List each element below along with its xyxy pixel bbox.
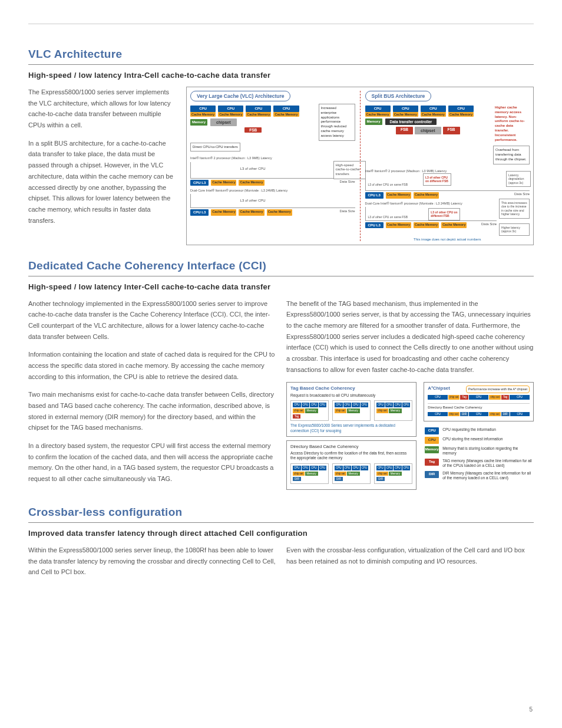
- section1-title: VLC Architecture: [28, 48, 534, 61]
- vlc-split-diagram: Very Large Cache (VLC) Architecture CPUC…: [186, 87, 534, 245]
- section2-subtitle: High-speed / low latency Inter-Cell cach…: [28, 282, 534, 291]
- legend-memory: Memory that is storing location regardin…: [442, 446, 533, 456]
- section3-subtitle: Improved data transfer latency through d…: [28, 529, 534, 538]
- section3-title: Crossbar-less configuration: [28, 506, 534, 519]
- higher-lat-note: Higher latency (approx 3x): [499, 223, 530, 236]
- perf-bubble: Performance increase with the A³ chipset: [466, 386, 530, 393]
- section2-left-p2: Information containing the location and …: [28, 349, 276, 382]
- latency-deg-note: Latency degradation (approx 3x): [506, 171, 531, 187]
- area-inc-note: This area increases due to the increase …: [499, 199, 530, 219]
- a3-title: A³Chipset: [428, 386, 450, 391]
- section2-left-p4: In a directory based system, the request…: [28, 440, 276, 485]
- tag-panel-title: Tag Based Cache Coherency: [290, 386, 412, 391]
- cache-chip: Cache Memory: [190, 112, 216, 117]
- l3-diff-fsb-note2: L3 of other CPU on different FSB: [428, 208, 460, 220]
- section1-para2: In a split BUS architecture, for a cache…: [28, 138, 176, 226]
- chipset-chip: chipset: [210, 118, 237, 127]
- section1-para1: The Express5800/1000 series server imple…: [28, 87, 176, 131]
- section2-right-p1: The benefit of the TAG based mechanism, …: [286, 298, 534, 375]
- cpu-chip: CPU: [190, 106, 216, 112]
- section2-left-p3: Two main mechanisms exist for cache-to-c…: [28, 389, 276, 433]
- a3-dir-label: Directory Based Cache Coherency: [428, 403, 530, 410]
- tag-panel: Tag Based Cache Coherency Request is bro…: [286, 382, 416, 437]
- a3-panel: A³Chipset Performance increase with the …: [424, 382, 534, 421]
- legend-cpu-store: CPU storing the newest information: [442, 437, 503, 442]
- overhead-note: Overhead from transferring data through …: [493, 146, 530, 164]
- section1-underline: [28, 64, 534, 65]
- section2-title: Dedicated Cache Coherency Interface (CCI…: [28, 259, 534, 272]
- l3-diff-fsb-note1: L3 of other CPU on different FSB: [423, 173, 451, 186]
- section3-right-p1: Even with the crossbar-less configuratio…: [286, 545, 534, 566]
- proc2-label: Dual-Core Intel® Itanium® processor (Mon…: [190, 189, 355, 193]
- dir-panel-desc: Access Directory to confirm the location…: [290, 451, 412, 461]
- section2-underline: [28, 276, 534, 276]
- cci-diagram: Tag Based Cache Coherency Request is bro…: [286, 382, 534, 490]
- dir-panel: Directory Based Cache Coherency Access D…: [286, 440, 416, 490]
- dtc-chip: Data transfer controller: [385, 118, 437, 125]
- vlc-perf-note: Increased enterprise applications perfor…: [319, 104, 355, 141]
- tag-panel-desc: Request is broadcasted to all CPU simult…: [290, 393, 412, 398]
- section3-left-p1: Within the Express5800/1000 series serve…: [28, 545, 276, 578]
- direct-transfer-note: Direct CPU-to-CPU transfers: [190, 143, 240, 152]
- fsb-chip: FSB: [244, 127, 262, 133]
- dir-panel-title: Directory Based Cache Coherency: [290, 444, 412, 450]
- l3-other-label1: L3 of other CPU: [240, 167, 266, 172]
- page-number: 5: [529, 706, 533, 713]
- split-arch-title: Split BUS Architecture: [365, 91, 432, 101]
- legend-cpu-req: CPU requesting the information: [442, 427, 496, 432]
- legend-dir: DIR Memory (Manages cache line informati…: [442, 471, 533, 481]
- split-red-note: Higher cache memory access latency. Non-…: [493, 104, 530, 144]
- vlc-arch-title: Very Large Cache (VLC) Architecture: [190, 91, 290, 101]
- section1-subtitle: High-speed / low latency Intra-Cell cach…: [28, 71, 534, 80]
- memory-chip: Memory: [190, 119, 207, 126]
- section3-underline: [28, 522, 534, 523]
- section2-left-p1: Another technology implemented in the Ex…: [28, 298, 276, 342]
- diagram-footer-note: This image does not depict actual number…: [365, 238, 530, 241]
- l3-other-label2: L3 of other CPU: [240, 199, 266, 203]
- top-rule: [28, 24, 534, 24]
- proc1-label: Intel® Itanium® 2 processor (Madison : L…: [190, 156, 355, 160]
- legend: CPUCPU requesting the information CPUCPU…: [424, 425, 534, 485]
- tag-cci-note: The Express5800/1000 Series server imple…: [290, 423, 412, 433]
- legend-tag: TAG memory (Manages cache line informati…: [442, 459, 533, 469]
